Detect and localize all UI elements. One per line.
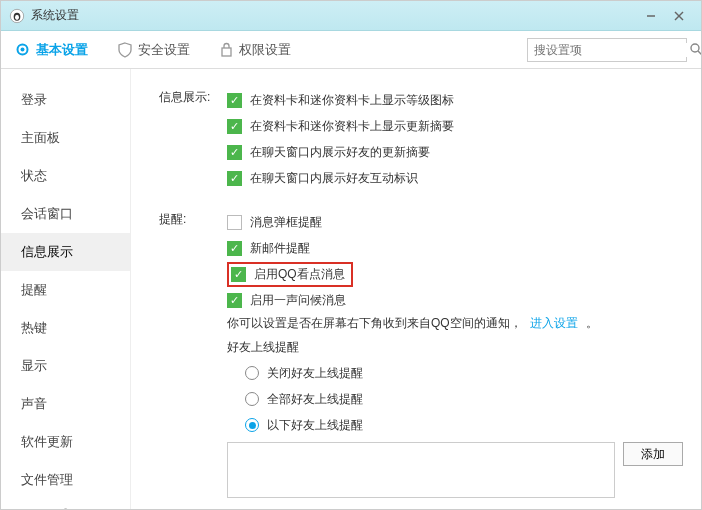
friend-list-box[interactable] bbox=[227, 442, 615, 498]
chk-kandian[interactable] bbox=[231, 267, 246, 282]
tab-basic[interactable]: 基本设置 bbox=[15, 41, 88, 59]
svg-rect-8 bbox=[222, 48, 231, 56]
chk-greet-label: 启用一声问候消息 bbox=[250, 292, 346, 309]
search-icon[interactable] bbox=[690, 43, 702, 56]
qzone-settings-link[interactable]: 进入设置 bbox=[530, 315, 578, 332]
content: 信息展示: 在资料卡和迷你资料卡上显示等级图标 在资料卡和迷你资料卡上显示更新摘… bbox=[131, 69, 701, 510]
titlebar: 系统设置 bbox=[1, 1, 701, 31]
svg-point-2 bbox=[15, 14, 19, 19]
search-box[interactable] bbox=[527, 38, 687, 62]
app-icon bbox=[9, 8, 25, 24]
svg-line-10 bbox=[698, 51, 702, 55]
sidebar-item-filemgmt[interactable]: 文件管理 bbox=[1, 461, 130, 499]
sidebar-item-display[interactable]: 显示 bbox=[1, 347, 130, 385]
tab-security-label: 安全设置 bbox=[138, 41, 190, 59]
sidebar-item-chatwindow[interactable]: 会话窗口 bbox=[1, 195, 130, 233]
minimize-button[interactable] bbox=[637, 6, 665, 26]
svg-point-9 bbox=[691, 44, 699, 52]
sidebar-item-sound[interactable]: 声音 bbox=[1, 385, 130, 423]
section-remind-label: 提醒: bbox=[159, 209, 227, 228]
chk-greet[interactable] bbox=[227, 293, 242, 308]
tab-basic-label: 基本设置 bbox=[36, 41, 88, 59]
gear-icon bbox=[15, 42, 30, 57]
sidebar-item-remind[interactable]: 提醒 bbox=[1, 271, 130, 309]
sidebar-item-update[interactable]: 软件更新 bbox=[1, 423, 130, 461]
tab-security[interactable]: 安全设置 bbox=[118, 41, 190, 59]
sidebar: 登录 主面板 状态 会话窗口 信息展示 提醒 热键 显示 声音 软件更新 文件管… bbox=[1, 69, 131, 510]
lock-icon bbox=[220, 42, 233, 57]
radio-friend-all-label: 全部好友上线提醒 bbox=[267, 391, 363, 408]
sidebar-scroll-up[interactable]: ︿ bbox=[1, 499, 130, 510]
chk-info-3[interactable] bbox=[227, 171, 242, 186]
highlight-kandian: 启用QQ看点消息 bbox=[227, 262, 353, 287]
chk-popup-label: 消息弹框提醒 bbox=[250, 214, 322, 231]
svg-point-7 bbox=[21, 48, 25, 52]
chk-popup[interactable] bbox=[227, 215, 242, 230]
section-info-label: 信息展示: bbox=[159, 87, 227, 106]
chk-info-3-label: 在聊天窗口内展示好友互动标识 bbox=[250, 170, 418, 187]
shield-icon bbox=[118, 42, 132, 58]
chk-info-2-label: 在聊天窗口内展示好友的更新摘要 bbox=[250, 144, 430, 161]
radio-friend-off[interactable] bbox=[245, 366, 259, 380]
radio-friend-below[interactable] bbox=[245, 418, 259, 432]
close-button[interactable] bbox=[665, 6, 693, 26]
tab-privilege[interactable]: 权限设置 bbox=[220, 41, 291, 59]
sidebar-item-hotkey[interactable]: 热键 bbox=[1, 309, 130, 347]
chk-mail-label: 新邮件提醒 bbox=[250, 240, 310, 257]
radio-friend-off-label: 关闭好友上线提醒 bbox=[267, 365, 363, 382]
radio-friend-all[interactable] bbox=[245, 392, 259, 406]
sidebar-item-login[interactable]: 登录 bbox=[1, 81, 130, 119]
add-button[interactable]: 添加 bbox=[623, 442, 683, 466]
chk-info-0[interactable] bbox=[227, 93, 242, 108]
chk-info-1[interactable] bbox=[227, 119, 242, 134]
tab-privilege-label: 权限设置 bbox=[239, 41, 291, 59]
chk-info-1-label: 在资料卡和迷你资料卡上显示更新摘要 bbox=[250, 118, 454, 135]
window-title: 系统设置 bbox=[31, 7, 637, 24]
qzone-period: 。 bbox=[586, 315, 598, 332]
friend-online-heading: 好友上线提醒 bbox=[227, 334, 683, 360]
search-input[interactable] bbox=[528, 43, 690, 57]
sidebar-item-status[interactable]: 状态 bbox=[1, 157, 130, 195]
chk-info-0-label: 在资料卡和迷你资料卡上显示等级图标 bbox=[250, 92, 454, 109]
chk-mail[interactable] bbox=[227, 241, 242, 256]
radio-friend-below-label: 以下好友上线提醒 bbox=[267, 417, 363, 434]
tabbar: 基本设置 安全设置 权限设置 bbox=[1, 31, 701, 69]
sidebar-item-infodisplay[interactable]: 信息展示 bbox=[1, 233, 130, 271]
sidebar-item-mainpanel[interactable]: 主面板 bbox=[1, 119, 130, 157]
qzone-text: 你可以设置是否在屏幕右下角收到来自QQ空间的通知， bbox=[227, 315, 522, 332]
chk-kandian-label: 启用QQ看点消息 bbox=[254, 266, 345, 283]
chk-info-2[interactable] bbox=[227, 145, 242, 160]
